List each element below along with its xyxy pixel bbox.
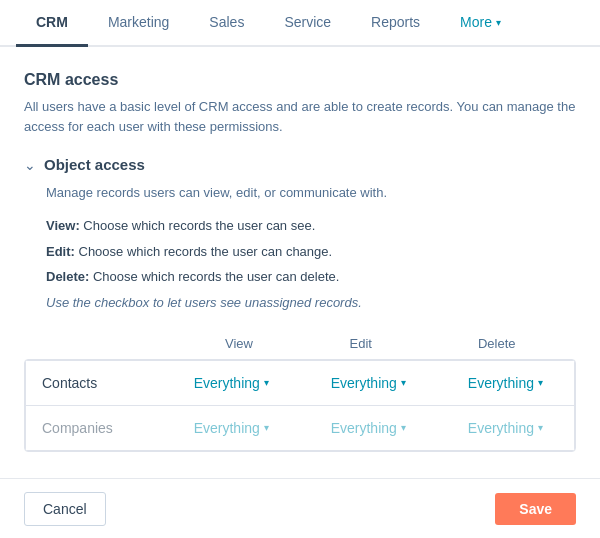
companies-edit-value: Everything bbox=[331, 420, 397, 436]
contacts-edit-value: Everything bbox=[331, 375, 397, 391]
chevron-down-icon: ▾ bbox=[264, 422, 269, 433]
permissions-table: View Edit Delete bbox=[24, 330, 576, 359]
chevron-down-icon: ⌄ bbox=[24, 157, 36, 173]
row-companies-edit: Everything ▾ bbox=[300, 405, 437, 450]
cancel-button[interactable]: Cancel bbox=[24, 492, 106, 526]
chevron-down-icon: ▾ bbox=[401, 422, 406, 433]
save-button[interactable]: Save bbox=[495, 493, 576, 525]
tab-service[interactable]: Service bbox=[264, 0, 351, 47]
view-info: View: Choose which records the user can … bbox=[46, 216, 576, 236]
row-companies-view: Everything ▾ bbox=[163, 405, 300, 450]
table-header-row: View Edit Delete bbox=[24, 330, 576, 359]
chevron-down-icon: ▾ bbox=[264, 377, 269, 388]
companies-view-value: Everything bbox=[194, 420, 260, 436]
tab-sales[interactable]: Sales bbox=[189, 0, 264, 47]
row-contacts-delete: Everything ▾ bbox=[437, 360, 575, 405]
companies-view-dropdown[interactable]: Everything ▾ bbox=[194, 420, 269, 436]
object-access-header-label: Object access bbox=[44, 156, 145, 173]
manage-records-desc: Manage records users can view, edit, or … bbox=[24, 185, 576, 200]
contacts-edit-dropdown[interactable]: Everything ▾ bbox=[331, 375, 406, 391]
row-companies-label: Companies bbox=[26, 405, 163, 450]
edit-info: Edit: Choose which records the user can … bbox=[46, 242, 576, 262]
col-header-delete: Delete bbox=[418, 330, 576, 359]
row-contacts-label: Contacts bbox=[26, 360, 163, 405]
tabs-bar: CRM Marketing Sales Service Reports More… bbox=[0, 0, 600, 47]
main-content: CRM access All users have a basic level … bbox=[0, 47, 600, 471]
footer: Cancel Save bbox=[0, 478, 600, 538]
col-header-edit: Edit bbox=[304, 330, 418, 359]
contacts-delete-value: Everything bbox=[468, 375, 534, 391]
contacts-view-value: Everything bbox=[194, 375, 260, 391]
permissions-table-body: Contacts Everything ▾ Everything ▾ bbox=[25, 360, 575, 451]
companies-edit-dropdown[interactable]: Everything ▾ bbox=[331, 420, 406, 436]
tab-crm[interactable]: CRM bbox=[16, 0, 88, 47]
tab-reports[interactable]: Reports bbox=[351, 0, 440, 47]
view-label: View: bbox=[46, 218, 80, 233]
contacts-view-dropdown[interactable]: Everything ▾ bbox=[194, 375, 269, 391]
col-header-label bbox=[24, 330, 174, 359]
crm-access-description: All users have a basic level of CRM acce… bbox=[24, 97, 576, 136]
delete-info: Delete: Choose which records the user ca… bbox=[46, 267, 576, 287]
row-contacts-edit: Everything ▾ bbox=[300, 360, 437, 405]
row-companies-delete: Everything ▾ bbox=[437, 405, 575, 450]
delete-label: Delete: bbox=[46, 269, 89, 284]
chevron-down-icon: ▾ bbox=[401, 377, 406, 388]
tab-more-label: More bbox=[460, 14, 492, 30]
unassigned-note: Use the checkbox to let users see unassi… bbox=[24, 295, 576, 310]
tab-more[interactable]: More ▾ bbox=[440, 0, 521, 47]
crm-access-title: CRM access bbox=[24, 71, 576, 89]
edit-label: Edit: bbox=[46, 244, 75, 259]
companies-delete-value: Everything bbox=[468, 420, 534, 436]
permission-info-block: View: Choose which records the user can … bbox=[24, 216, 576, 287]
table-row: Companies Everything ▾ Everything ▾ bbox=[26, 405, 575, 450]
col-header-view: View bbox=[174, 330, 304, 359]
tab-marketing[interactable]: Marketing bbox=[88, 0, 189, 47]
contacts-delete-dropdown[interactable]: Everything ▾ bbox=[468, 375, 543, 391]
row-contacts-view: Everything ▾ bbox=[163, 360, 300, 405]
chevron-down-icon: ▾ bbox=[496, 17, 501, 28]
table-rows: Contacts Everything ▾ Everything ▾ bbox=[26, 360, 575, 450]
chevron-down-icon: ▾ bbox=[538, 377, 543, 388]
table-row: Contacts Everything ▾ Everything ▾ bbox=[26, 360, 575, 405]
table-body-container: Contacts Everything ▾ Everything ▾ bbox=[24, 359, 576, 452]
chevron-down-icon: ▾ bbox=[538, 422, 543, 433]
object-access-toggle[interactable]: ⌄ Object access bbox=[24, 156, 576, 173]
companies-delete-dropdown[interactable]: Everything ▾ bbox=[468, 420, 543, 436]
